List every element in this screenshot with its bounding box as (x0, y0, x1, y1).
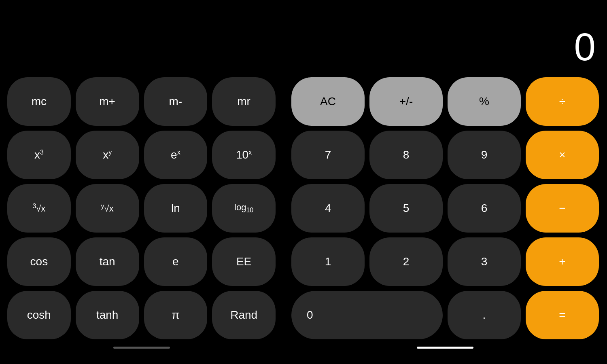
eight-button[interactable]: 8 (369, 131, 443, 179)
add-button[interactable]: + (526, 237, 599, 286)
three-button[interactable]: 3 (448, 237, 521, 286)
cosh-button[interactable]: cosh (7, 291, 71, 339)
e-to-x-button[interactable]: ex (144, 131, 208, 179)
ln-button[interactable]: ln (144, 184, 208, 233)
ac-button[interactable]: AC (291, 77, 365, 126)
six-button[interactable]: 6 (448, 184, 521, 233)
home-indicator (417, 347, 473, 349)
toggle-sign-button[interactable]: +/- (369, 77, 443, 126)
m-minus-button[interactable]: m- (144, 77, 208, 126)
cube-root-button[interactable]: 3√x (7, 184, 71, 233)
rand-button[interactable]: Rand (212, 291, 276, 339)
euler-button[interactable]: e (144, 237, 208, 286)
tan-button[interactable]: tan (76, 237, 139, 286)
one-button[interactable]: 1 (291, 237, 365, 286)
left-panel: mc m+ m- mr x3 xy ex 10x 3√x y√x ln log1… (0, 0, 283, 364)
zero-button[interactable]: 0 (291, 291, 443, 339)
multiply-button[interactable]: × (526, 131, 599, 179)
seven-button[interactable]: 7 (291, 131, 365, 179)
two-button[interactable]: 2 (369, 237, 443, 286)
ee-button[interactable]: EE (212, 237, 276, 286)
ten-to-x-button[interactable]: 10x (212, 131, 276, 179)
divide-button[interactable]: ÷ (526, 77, 599, 126)
x-to-y-button[interactable]: xy (76, 131, 139, 179)
five-button[interactable]: 5 (369, 184, 443, 233)
tanh-button[interactable]: tanh (76, 291, 139, 339)
four-button[interactable]: 4 (291, 184, 365, 233)
percent-button[interactable]: % (448, 77, 521, 126)
cos-button[interactable]: cos (7, 237, 71, 286)
pi-button[interactable]: π (144, 291, 208, 339)
nine-button[interactable]: 9 (448, 131, 521, 179)
scientific-buttons: mc m+ m- mr x3 xy ex 10x 3√x y√x ln log1… (7, 77, 276, 339)
home-indicator-left (113, 347, 170, 349)
subtract-button[interactable]: − (526, 184, 599, 233)
m-plus-button[interactable]: m+ (76, 77, 139, 126)
right-panel: 0 AC +/- % ÷ 7 8 9 × 4 5 6 − 1 2 3 + 0 .… (283, 0, 607, 364)
log10-button[interactable]: log10 (212, 184, 276, 233)
mr-button[interactable]: mr (212, 77, 276, 126)
display: 0 (291, 25, 599, 73)
mc-button[interactable]: mc (7, 77, 71, 126)
display-value: 0 (574, 25, 595, 68)
main-buttons: AC +/- % ÷ 7 8 9 × 4 5 6 − 1 2 3 + 0 . = (291, 77, 599, 339)
x-cubed-button[interactable]: x3 (7, 131, 71, 179)
equals-button[interactable]: = (526, 291, 599, 339)
y-root-button[interactable]: y√x (76, 184, 139, 233)
decimal-button[interactable]: . (448, 291, 521, 339)
